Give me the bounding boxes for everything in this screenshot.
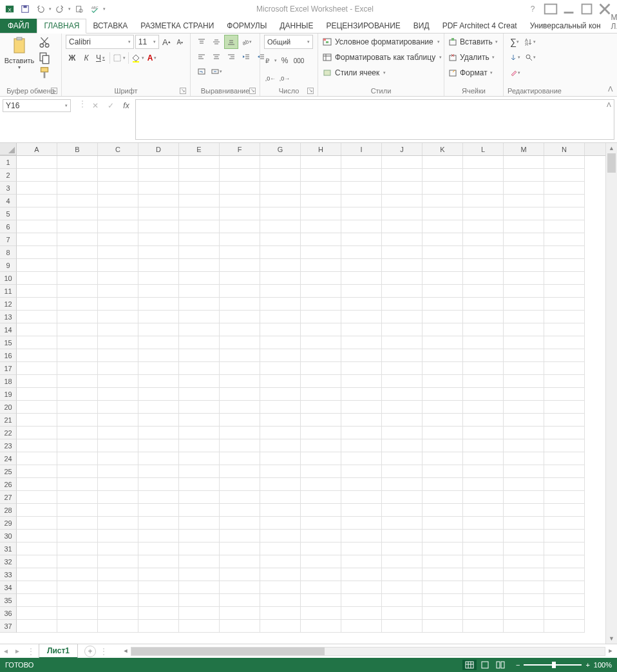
cell-B4[interactable] bbox=[57, 195, 98, 207]
row-header-33[interactable]: 33 bbox=[0, 568, 17, 581]
cell-C20[interactable] bbox=[98, 401, 138, 414]
cell-M5[interactable] bbox=[504, 207, 544, 220]
cell-F18[interactable] bbox=[220, 375, 260, 388]
cell-F25[interactable] bbox=[220, 465, 260, 478]
tab-view[interactable]: ВИД bbox=[407, 19, 436, 33]
cell-L11[interactable] bbox=[463, 285, 504, 298]
sheet-tab[interactable]: Лист1 bbox=[39, 644, 78, 658]
cell-C1[interactable] bbox=[98, 156, 138, 169]
cell-E9[interactable] bbox=[179, 259, 220, 272]
select-all-corner[interactable] bbox=[0, 143, 17, 155]
cell-G34[interactable] bbox=[260, 581, 301, 594]
cell-L19[interactable] bbox=[463, 388, 504, 401]
row-header-27[interactable]: 27 bbox=[0, 491, 17, 504]
expand-formula-bar-icon[interactable]: ᐱ bbox=[607, 101, 611, 108]
cell-I34[interactable] bbox=[341, 581, 382, 594]
user-name[interactable]: Мария Л... bbox=[611, 13, 617, 31]
cell-M37[interactable] bbox=[504, 620, 544, 633]
cell-K21[interactable] bbox=[422, 414, 463, 427]
cell-J28[interactable] bbox=[382, 504, 422, 517]
cell-B33[interactable] bbox=[57, 568, 98, 581]
cell-L15[interactable] bbox=[463, 336, 504, 349]
cell-A26[interactable] bbox=[17, 478, 57, 491]
cell-B14[interactable] bbox=[57, 323, 98, 336]
cell-B26[interactable] bbox=[57, 478, 98, 491]
cell-N3[interactable] bbox=[544, 182, 585, 195]
cell-G6[interactable] bbox=[260, 220, 301, 233]
cell-M31[interactable] bbox=[504, 542, 544, 555]
cell-E15[interactable] bbox=[179, 336, 220, 349]
cell-N24[interactable] bbox=[544, 452, 585, 465]
row-header-3[interactable]: 3 bbox=[0, 182, 17, 195]
help-icon[interactable]: ? bbox=[524, 2, 541, 16]
cell-B1[interactable] bbox=[57, 156, 98, 169]
format-as-table-button[interactable]: Форматировать как таблицу▾ bbox=[322, 50, 442, 64]
cell-K33[interactable] bbox=[422, 568, 463, 581]
cell-M17[interactable] bbox=[504, 362, 544, 375]
cell-I1[interactable] bbox=[341, 156, 382, 169]
cell-G15[interactable] bbox=[260, 336, 301, 349]
cell-C7[interactable] bbox=[98, 233, 138, 246]
cell-E3[interactable] bbox=[179, 182, 220, 195]
cell-N35[interactable] bbox=[544, 594, 585, 607]
cell-I21[interactable] bbox=[341, 414, 382, 427]
cell-N22[interactable] bbox=[544, 427, 585, 439]
decrease-indent-icon[interactable] bbox=[239, 50, 253, 64]
cell-D25[interactable] bbox=[138, 465, 179, 478]
cell-D12[interactable] bbox=[138, 298, 179, 311]
cell-E30[interactable] bbox=[179, 530, 220, 542]
cell-N11[interactable] bbox=[544, 285, 585, 298]
cell-K12[interactable] bbox=[422, 298, 463, 311]
cell-M23[interactable] bbox=[504, 439, 544, 452]
cell-G19[interactable] bbox=[260, 388, 301, 401]
cell-L14[interactable] bbox=[463, 323, 504, 336]
cell-J8[interactable] bbox=[382, 246, 422, 259]
align-center-icon[interactable] bbox=[209, 50, 223, 64]
cell-N18[interactable] bbox=[544, 375, 585, 388]
cell-C34[interactable] bbox=[98, 581, 138, 594]
cell-E28[interactable] bbox=[179, 504, 220, 517]
row-header-25[interactable]: 25 bbox=[0, 465, 17, 478]
borders-icon[interactable] bbox=[113, 52, 126, 64]
cell-K24[interactable] bbox=[422, 452, 463, 465]
cell-K18[interactable] bbox=[422, 375, 463, 388]
font-size-combo[interactable]: 11▾ bbox=[135, 35, 159, 49]
italic-button[interactable]: К bbox=[80, 52, 93, 64]
cell-G1[interactable] bbox=[260, 156, 301, 169]
cell-H3[interactable] bbox=[301, 182, 341, 195]
cell-G2[interactable] bbox=[260, 169, 301, 182]
cell-F22[interactable] bbox=[220, 427, 260, 439]
cell-I37[interactable] bbox=[341, 620, 382, 633]
accounting-format-icon[interactable]: ₽ bbox=[264, 54, 277, 67]
cell-N26[interactable] bbox=[544, 478, 585, 491]
cell-L25[interactable] bbox=[463, 465, 504, 478]
cell-D4[interactable] bbox=[138, 195, 179, 207]
name-box[interactable]: Y16▾ bbox=[3, 99, 71, 112]
cell-L4[interactable] bbox=[463, 195, 504, 207]
cell-A33[interactable] bbox=[17, 568, 57, 581]
cell-N15[interactable] bbox=[544, 336, 585, 349]
row-header-15[interactable]: 15 bbox=[0, 336, 17, 349]
cell-C8[interactable] bbox=[98, 246, 138, 259]
scroll-down-icon[interactable]: ▼ bbox=[606, 633, 617, 644]
decrease-font-icon[interactable]: A▾ bbox=[174, 35, 186, 48]
cell-H11[interactable] bbox=[301, 285, 341, 298]
cell-H4[interactable] bbox=[301, 195, 341, 207]
cell-J12[interactable] bbox=[382, 298, 422, 311]
cell-C31[interactable] bbox=[98, 542, 138, 555]
cell-D7[interactable] bbox=[138, 233, 179, 246]
cell-H16[interactable] bbox=[301, 349, 341, 362]
cell-C3[interactable] bbox=[98, 182, 138, 195]
cell-A8[interactable] bbox=[17, 246, 57, 259]
cell-D30[interactable] bbox=[138, 530, 179, 542]
cell-I18[interactable] bbox=[341, 375, 382, 388]
cell-A10[interactable] bbox=[17, 272, 57, 285]
cell-I16[interactable] bbox=[341, 349, 382, 362]
cell-G11[interactable] bbox=[260, 285, 301, 298]
cell-C5[interactable] bbox=[98, 207, 138, 220]
cell-H33[interactable] bbox=[301, 568, 341, 581]
cell-J10[interactable] bbox=[382, 272, 422, 285]
cell-J35[interactable] bbox=[382, 594, 422, 607]
row-header-9[interactable]: 9 bbox=[0, 259, 17, 272]
cell-J1[interactable] bbox=[382, 156, 422, 169]
